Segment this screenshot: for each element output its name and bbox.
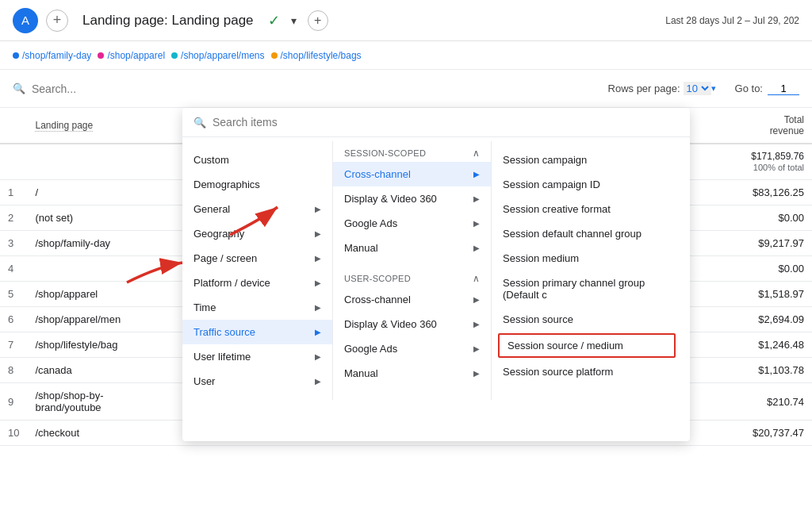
- user-scoped-header: User-scoped ∧: [333, 267, 491, 287]
- search-input[interactable]: [32, 83, 270, 95]
- category-custom[interactable]: Custom: [182, 148, 332, 172]
- category-page-screen[interactable]: Page / screen▶: [182, 246, 332, 271]
- dim-session-creative-format[interactable]: Session creative format: [492, 197, 682, 221]
- category-demographics[interactable]: Demographics: [182, 172, 332, 197]
- dim-session-source-platform[interactable]: Session source platform: [492, 359, 682, 384]
- search-icon: 🔍: [13, 83, 25, 94]
- rows-per-page-select[interactable]: 102550: [684, 82, 711, 95]
- page-title: Landing page: Landing page: [82, 13, 254, 29]
- dimension-dropdown: 🔍 Custom Demographics General▶ Geography…: [182, 108, 690, 441]
- search-bar: 🔍 Rows per page: 102550 ▾ Go to:: [0, 70, 812, 108]
- chip-lifestyle-bags[interactable]: /shop/lifestyle/bags: [271, 50, 362, 61]
- dim-session-campaign-id[interactable]: Session campaign ID: [492, 172, 682, 197]
- main-area: Landing page Totalrevenue $171,859.76100…: [0, 108, 812, 446]
- scope-cross-channel-user[interactable]: Cross-channel ▶: [333, 287, 491, 312]
- top-bar: A + Landing page: Landing page ✓ ▾ + Las…: [0, 0, 812, 41]
- dimension-column: Session campaign Session campaign ID Ses…: [492, 141, 682, 400]
- title-dropdown-button[interactable]: ▾: [288, 13, 300, 29]
- chip-family-day[interactable]: /shop/family-day: [13, 50, 91, 61]
- category-column: Custom Demographics General▶ Geography▶ …: [182, 141, 333, 400]
- chip-apparel[interactable]: /shop/apparel: [98, 50, 165, 61]
- goto-input[interactable]: [768, 83, 799, 95]
- scope-google-ads-session[interactable]: Google Ads ▶: [333, 211, 491, 236]
- scope-manual-user[interactable]: Manual ▶: [333, 361, 491, 386]
- user-scoped-chevron[interactable]: ∧: [473, 273, 480, 284]
- goto-label: Go to:: [735, 83, 763, 94]
- chips-bar: /shop/family-day /shop/apparel /shop/app…: [0, 41, 812, 70]
- category-time[interactable]: Time▶: [182, 295, 332, 320]
- category-platform-device[interactable]: Platform / device▶: [182, 271, 332, 295]
- dim-session-default-channel-group[interactable]: Session default channel group: [492, 221, 682, 246]
- avatar: A: [13, 8, 38, 33]
- chevron-down-icon: ▾: [711, 83, 716, 94]
- dim-session-source[interactable]: Session source: [492, 307, 682, 332]
- dropdown-search-input[interactable]: [213, 116, 679, 129]
- dim-session-source-medium[interactable]: Session source / medium: [498, 333, 676, 358]
- category-user-lifetime[interactable]: User lifetime▶: [182, 344, 332, 369]
- scope-dv360-user[interactable]: Display & Video 360 ▶: [333, 312, 491, 336]
- session-scoped-chevron[interactable]: ∧: [473, 148, 480, 159]
- dim-session-campaign[interactable]: Session campaign: [492, 148, 682, 172]
- category-geography[interactable]: Geography▶: [182, 221, 332, 246]
- scope-column: Session-scoped ∧ Cross-channel ▶ Display…: [333, 141, 492, 400]
- chip-apparel-mens[interactable]: /shop/apparel/mens: [171, 50, 264, 61]
- date-range: Last 28 days Jul 2 – Jul 29, 202: [665, 15, 799, 26]
- dim-session-medium[interactable]: Session medium: [492, 246, 682, 271]
- dropdown-search-icon: 🔍: [193, 117, 206, 129]
- col-revenue: Totalrevenue: [733, 108, 812, 144]
- category-user[interactable]: User▶: [182, 369, 332, 394]
- session-scoped-header: Session-scoped ∧: [333, 141, 491, 162]
- scope-dv360-session[interactable]: Display & Video 360 ▶: [333, 186, 491, 211]
- rows-per-page-label: Rows per page:: [608, 83, 680, 94]
- add-tab-button[interactable]: +: [46, 10, 68, 32]
- category-general[interactable]: General▶: [182, 197, 332, 221]
- check-icon: ✓: [268, 12, 280, 29]
- category-traffic-source[interactable]: Traffic source▶: [182, 320, 332, 344]
- scope-cross-channel-session[interactable]: Cross-channel ▶: [333, 162, 491, 186]
- add-comparison-button[interactable]: +: [308, 10, 328, 31]
- scope-google-ads-user[interactable]: Google Ads ▶: [333, 336, 491, 361]
- scope-manual-session[interactable]: Manual ▶: [333, 236, 491, 260]
- dim-session-primary-channel-group[interactable]: Session primary channel group (Default c: [492, 271, 682, 307]
